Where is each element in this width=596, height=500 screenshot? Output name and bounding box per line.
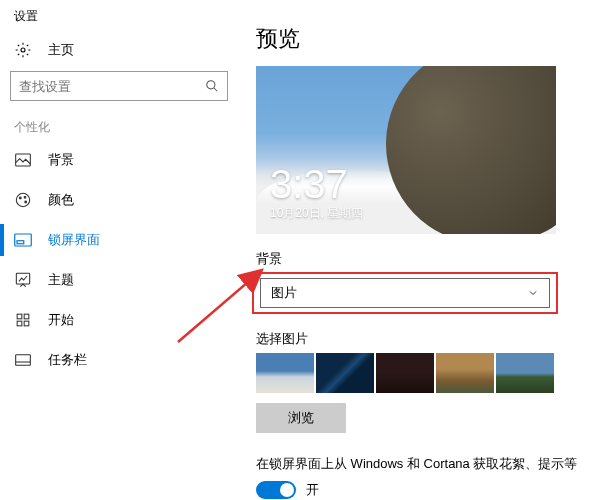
- image-thumb[interactable]: [376, 353, 434, 393]
- home-nav[interactable]: 主页: [0, 35, 238, 71]
- preview-date: 10月20日, 星期四: [270, 205, 363, 222]
- svg-line-2: [214, 88, 218, 92]
- sidebar-item-lockscreen[interactable]: 锁屏界面: [0, 220, 238, 260]
- sidebar-item-label: 任务栏: [48, 351, 87, 369]
- sidebar: 设置 主页 个性化 背景 颜色: [0, 0, 238, 500]
- svg-rect-13: [17, 321, 22, 326]
- image-thumb[interactable]: [496, 353, 554, 393]
- svg-point-5: [19, 197, 21, 199]
- chevron-down-icon: [527, 287, 539, 299]
- sidebar-item-themes[interactable]: 主题: [0, 260, 238, 300]
- annotation-highlight: 图片: [252, 272, 558, 314]
- sidebar-item-label: 背景: [48, 151, 74, 169]
- palette-icon: [14, 191, 32, 209]
- sidebar-item-label: 开始: [48, 311, 74, 329]
- app-title: 设置: [0, 0, 238, 35]
- svg-rect-12: [24, 314, 29, 319]
- preview-heading: 预览: [256, 0, 584, 66]
- lockscreen-preview: 3:37 10月20日, 星期四: [256, 66, 556, 234]
- picture-icon: [14, 151, 32, 169]
- start-icon: [14, 311, 32, 329]
- sidebar-item-start[interactable]: 开始: [0, 300, 238, 340]
- section-label: 个性化: [0, 111, 238, 140]
- spotlight-toggle-row: 开: [256, 481, 584, 499]
- sidebar-item-taskbar[interactable]: 任务栏: [0, 340, 238, 380]
- sidebar-item-label: 颜色: [48, 191, 74, 209]
- taskbar-icon: [14, 351, 32, 369]
- svg-point-7: [25, 201, 27, 203]
- spotlight-toggle-label: 在锁屏界面上从 Windows 和 Cortana 获取花絮、提示等: [256, 455, 584, 473]
- dropdown-value: 图片: [271, 284, 297, 302]
- search-input[interactable]: [19, 79, 205, 94]
- sidebar-item-label: 锁屏界面: [48, 231, 100, 249]
- spotlight-toggle[interactable]: [256, 481, 296, 499]
- background-dropdown[interactable]: 图片: [260, 278, 550, 308]
- svg-rect-15: [16, 355, 31, 366]
- lockscreen-icon: [14, 231, 32, 249]
- image-thumbnails: [256, 353, 584, 393]
- svg-point-4: [16, 193, 29, 206]
- svg-rect-9: [17, 241, 24, 244]
- image-thumb[interactable]: [436, 353, 494, 393]
- svg-point-6: [24, 196, 26, 198]
- image-thumb[interactable]: [316, 353, 374, 393]
- svg-rect-11: [17, 314, 22, 319]
- image-thumb[interactable]: [256, 353, 314, 393]
- background-label: 背景: [256, 250, 584, 268]
- sidebar-item-label: 主题: [48, 271, 74, 289]
- main-content: 预览 3:37 10月20日, 星期四 背景 图片 选择图片 浏览 在锁屏界面: [238, 0, 596, 500]
- svg-rect-14: [24, 321, 29, 326]
- svg-point-0: [21, 48, 25, 52]
- choose-image-label: 选择图片: [256, 330, 584, 348]
- search-icon: [205, 79, 219, 93]
- preview-time: 3:37: [270, 164, 348, 204]
- gear-icon: [14, 41, 32, 59]
- home-label: 主页: [48, 41, 74, 59]
- toggle-state-text: 开: [306, 481, 319, 499]
- sidebar-item-colors[interactable]: 颜色: [0, 180, 238, 220]
- search-box[interactable]: [10, 71, 228, 101]
- themes-icon: [14, 271, 32, 289]
- sidebar-item-background[interactable]: 背景: [0, 140, 238, 180]
- svg-point-1: [207, 81, 215, 89]
- browse-button[interactable]: 浏览: [256, 403, 346, 433]
